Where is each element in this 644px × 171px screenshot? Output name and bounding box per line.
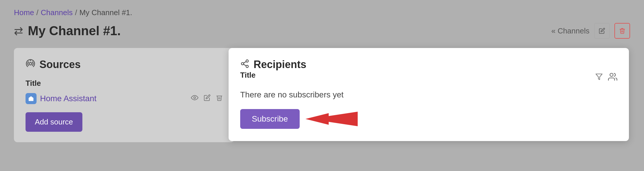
no-subscribers-text: There are no subscribers yet [240,90,617,99]
breadcrumb-sep2: / [75,8,77,17]
subscribe-button[interactable]: Subscribe [240,109,300,129]
view-source-icon[interactable] [191,94,198,104]
house-icon [28,95,34,102]
back-to-channels-link[interactable]: « Channels [551,26,589,35]
cards-row: Sources Title Home Assistant [14,48,630,142]
home-assistant-icon [26,93,37,104]
subscribe-area: Subscribe [240,109,358,129]
manage-users-icon[interactable] [608,72,617,83]
trash-icon [619,28,625,34]
svg-point-8 [610,73,613,76]
page-title-area: ⇄ My Channel #1. [14,24,121,38]
recipients-col-row: Title [240,71,617,85]
source-title-area: Home Assistant [26,93,97,104]
delete-source-icon[interactable] [216,94,223,103]
header-actions: « Channels [551,23,630,39]
sources-col-header: Title [26,79,223,88]
sources-card-title: Sources [39,58,81,71]
edit-source-icon[interactable] [204,94,211,103]
recipients-card: Recipients Title [229,48,629,141]
edit-channel-button[interactable] [594,23,610,39]
svg-marker-7 [596,74,602,80]
svg-point-0 [29,62,32,65]
recipients-title-left: Recipients [240,58,306,71]
sources-icon [26,59,35,71]
breadcrumb: Home / Channels / My Channel #1. [14,8,630,17]
source-name-home-assistant[interactable]: Home Assistant [40,94,97,103]
page-header: ⇄ My Channel #1. « Channels [14,23,630,39]
add-source-button[interactable]: Add source [26,112,82,132]
breadcrumb-channels[interactable]: Channels [41,8,73,17]
breadcrumb-home[interactable]: Home [14,8,34,17]
svg-point-1 [194,97,196,99]
filter-icon[interactable] [595,73,603,83]
svg-line-6 [243,61,246,63]
breadcrumb-current: My Channel #1. [79,8,132,17]
sources-card-header: Sources [26,58,223,71]
svg-line-5 [243,64,246,66]
channel-arrows-icon: ⇄ [14,24,23,37]
recipients-header-row: Recipients [240,58,617,71]
recipients-icon [240,59,249,70]
source-actions [191,94,223,104]
annotation-arrow [305,109,358,129]
edit-icon [599,28,605,34]
breadcrumb-sep1: / [36,8,38,17]
page-title: My Channel #1. [28,24,121,38]
source-row: Home Assistant [26,93,223,104]
recipients-col-header: Title [240,71,256,80]
recipients-card-title: Recipients [254,58,306,71]
recipients-filter-icons [595,72,617,83]
sources-card: Sources Title Home Assistant [14,48,234,142]
svg-marker-9 [305,112,358,126]
delete-channel-button[interactable] [614,23,630,39]
